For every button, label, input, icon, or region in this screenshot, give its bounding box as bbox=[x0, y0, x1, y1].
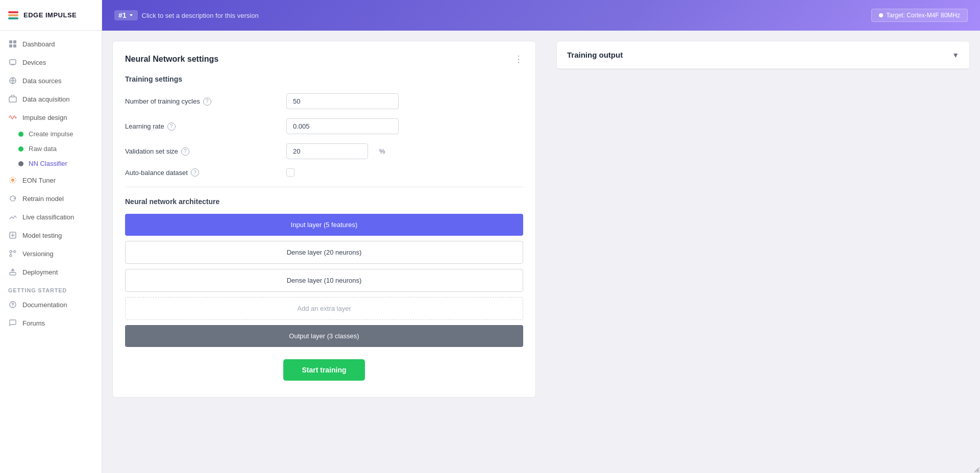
version-number[interactable]: #1 bbox=[114, 10, 138, 20]
training-cycles-label: Number of training cycles ? bbox=[125, 97, 278, 106]
three-dots-menu[interactable]: ⋮ bbox=[514, 54, 523, 65]
learning-rate-help-icon[interactable]: ? bbox=[167, 122, 176, 131]
data-sources-label: Data sources bbox=[22, 77, 62, 85]
auto-balance-help-icon[interactable]: ? bbox=[191, 168, 199, 177]
top-header: #1 Click to set a description for this v… bbox=[102, 0, 980, 31]
svg-rect-4 bbox=[10, 60, 16, 64]
svg-rect-14 bbox=[10, 272, 16, 275]
validation-size-input[interactable] bbox=[286, 143, 368, 159]
sidebar-item-impulse-design[interactable]: Impulse design bbox=[0, 108, 102, 127]
svg-point-11 bbox=[10, 251, 12, 253]
sidebar-item-dashboard[interactable]: Dashboard bbox=[0, 35, 102, 53]
app-title: EDGE IMPULSE bbox=[23, 11, 77, 19]
learning-rate-row: Learning rate ? bbox=[125, 118, 523, 134]
sidebar-item-data-acquisition[interactable]: Data acquisition bbox=[0, 90, 102, 108]
logo-container: EDGE IMPULSE bbox=[0, 0, 102, 31]
svg-point-8 bbox=[11, 179, 14, 182]
learning-rate-label: Learning rate ? bbox=[125, 122, 278, 131]
impulse-design-label: Impulse design bbox=[22, 114, 67, 121]
auto-balance-label: Auto-balance dataset ? bbox=[125, 168, 278, 177]
svg-rect-7 bbox=[9, 97, 16, 102]
sidebar-nav: Dashboard Devices Data sources Data acqu… bbox=[0, 31, 102, 473]
version-description[interactable]: Click to set a description for this vers… bbox=[142, 12, 259, 19]
sidebar-item-deployment[interactable]: Deployment bbox=[0, 263, 102, 281]
nn-settings-card: Neural Network settings ⋮ Training setti… bbox=[112, 41, 536, 397]
raw-data-label: Raw data bbox=[29, 145, 57, 153]
training-cycles-help-icon[interactable]: ? bbox=[203, 97, 211, 106]
versioning-label: Versioning bbox=[22, 250, 54, 258]
sidebar-item-retrain[interactable]: Retrain model bbox=[0, 189, 102, 208]
model-testing-label: Model testing bbox=[22, 232, 62, 239]
validation-size-row: Validation set size ? % bbox=[125, 143, 523, 159]
sidebar-item-model-testing[interactable]: Model testing bbox=[0, 226, 102, 244]
create-impulse-label: Create impulse bbox=[29, 130, 73, 138]
training-settings-title: Training settings bbox=[125, 75, 523, 83]
sidebar-sub-nn-classifier[interactable]: NN Classifier bbox=[0, 156, 102, 171]
eon-tuner-icon bbox=[8, 176, 17, 185]
training-output-card: Training output ▼ bbox=[556, 41, 970, 69]
dense-layer-1-block[interactable]: Dense layer (20 neurons) bbox=[125, 241, 523, 264]
deployment-icon bbox=[8, 267, 17, 277]
sidebar-item-data-sources[interactable]: Data sources bbox=[0, 71, 102, 90]
percent-suffix: % bbox=[379, 147, 385, 155]
sidebar-item-live-classification[interactable]: Live classification bbox=[0, 208, 102, 226]
eon-tuner-label: EON Tuner bbox=[22, 177, 56, 184]
training-output-title: Training output bbox=[567, 51, 623, 59]
resize-handle[interactable] bbox=[972, 465, 980, 473]
sidebar-item-documentation[interactable]: Documentation bbox=[0, 295, 102, 314]
svg-rect-1 bbox=[13, 40, 16, 43]
forums-icon bbox=[8, 318, 17, 328]
sidebar-item-versioning[interactable]: Versioning bbox=[0, 244, 102, 263]
left-panel: Neural Network settings ⋮ Training setti… bbox=[102, 31, 546, 473]
getting-started-label: GETTING STARTED bbox=[0, 281, 102, 295]
sidebar-item-devices[interactable]: Devices bbox=[0, 53, 102, 71]
training-cycles-input[interactable] bbox=[286, 93, 399, 109]
docs-icon bbox=[8, 300, 17, 309]
target-badge[interactable]: Target: Cortex-M4F 80MHz bbox=[871, 9, 968, 22]
svg-rect-2 bbox=[9, 44, 12, 47]
sidebar-sub-create-impulse[interactable]: Create impulse bbox=[0, 127, 102, 141]
data-acquisition-icon bbox=[8, 94, 17, 104]
data-sources-icon bbox=[8, 76, 17, 85]
sidebar: EDGE IMPULSE Dashboard Devices Data sour… bbox=[0, 0, 102, 473]
svg-point-16 bbox=[12, 306, 13, 307]
devices-label: Devices bbox=[22, 59, 46, 66]
start-training-button[interactable]: Start training bbox=[283, 359, 364, 381]
training-output-dropdown[interactable]: ▼ bbox=[952, 51, 959, 59]
dense-layer-2-block[interactable]: Dense layer (10 neurons) bbox=[125, 269, 523, 292]
svg-rect-3 bbox=[13, 44, 16, 47]
validation-size-help-icon[interactable]: ? bbox=[181, 147, 189, 156]
input-layer-block[interactable]: Input layer (5 features) bbox=[125, 214, 523, 236]
impulse-design-icon bbox=[8, 113, 17, 122]
nn-classifier-label: NN Classifier bbox=[29, 160, 67, 167]
validation-size-label: Validation set size ? bbox=[125, 147, 278, 156]
auto-balance-checkbox[interactable] bbox=[286, 168, 295, 177]
data-acquisition-label: Data acquisition bbox=[22, 95, 70, 103]
dot-dark-nn bbox=[18, 161, 23, 166]
output-layer-block[interactable]: Output layer (3 classes) bbox=[125, 325, 523, 347]
live-classification-icon bbox=[8, 212, 17, 221]
card-header: Neural Network settings ⋮ bbox=[125, 54, 523, 65]
svg-point-13 bbox=[10, 255, 12, 257]
dot-green-raw bbox=[18, 146, 23, 152]
sidebar-sub-raw-data[interactable]: Raw data bbox=[0, 141, 102, 156]
training-cycles-row: Number of training cycles ? bbox=[125, 93, 523, 109]
divider bbox=[125, 187, 523, 187]
auto-balance-row: Auto-balance dataset ? bbox=[125, 168, 523, 177]
logo-bar-teal bbox=[8, 17, 18, 19]
svg-point-12 bbox=[14, 251, 16, 253]
architecture-title: Neural network architecture bbox=[125, 197, 523, 206]
model-testing-icon bbox=[8, 231, 17, 240]
add-layer-block[interactable]: Add an extra layer bbox=[125, 297, 523, 320]
sidebar-item-eon-tuner[interactable]: EON Tuner bbox=[0, 171, 102, 189]
deployment-label: Deployment bbox=[22, 268, 58, 276]
target-dot bbox=[879, 13, 883, 17]
dot-green-create bbox=[18, 132, 23, 137]
training-output-header: Training output ▼ bbox=[557, 41, 969, 69]
live-classification-label: Live classification bbox=[22, 213, 74, 221]
learning-rate-input[interactable] bbox=[286, 118, 399, 134]
card-title: Neural Network settings bbox=[125, 55, 218, 64]
versioning-icon bbox=[8, 249, 17, 258]
sidebar-item-forums[interactable]: Forums bbox=[0, 314, 102, 332]
documentation-label: Documentation bbox=[22, 301, 67, 309]
